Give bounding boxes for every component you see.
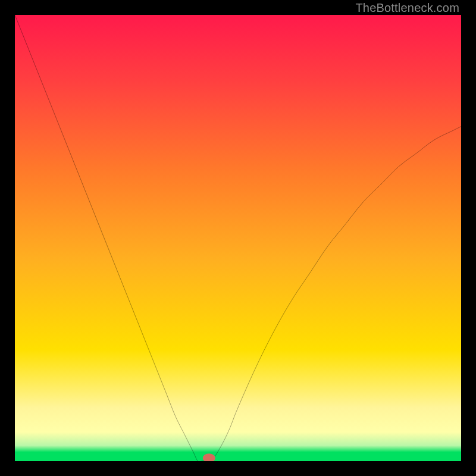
watermark-text: TheBottleneck.com	[355, 1, 459, 15]
optimum-marker	[203, 453, 215, 461]
plot-area	[15, 15, 461, 461]
chart-frame: TheBottleneck.com	[0, 0, 476, 476]
bottleneck-curve	[15, 15, 461, 461]
bottleneck-curve-svg	[15, 15, 461, 461]
